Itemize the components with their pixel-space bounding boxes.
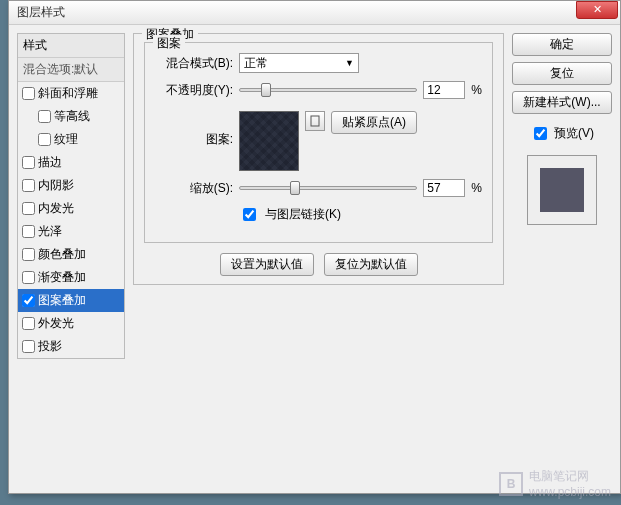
opacity-label: 不透明度(Y): xyxy=(155,82,233,99)
cancel-button[interactable]: 复位 xyxy=(512,62,612,85)
pattern-swatch[interactable] xyxy=(239,111,299,171)
pattern-new-icon[interactable] xyxy=(305,111,325,131)
style-label: 投影 xyxy=(38,338,62,355)
document-icon xyxy=(309,115,321,127)
style-item-8[interactable]: 渐变叠加 xyxy=(18,266,124,289)
style-item-5[interactable]: 内发光 xyxy=(18,197,124,220)
style-checkbox[interactable] xyxy=(22,87,35,100)
titlebar: 图层样式 ✕ xyxy=(9,1,620,25)
style-checkbox[interactable] xyxy=(22,340,35,353)
window-title: 图层样式 xyxy=(17,4,65,21)
ok-button[interactable]: 确定 xyxy=(512,33,612,56)
style-item-3[interactable]: 描边 xyxy=(18,151,124,174)
chevron-down-icon: ▼ xyxy=(345,58,354,68)
style-label: 渐变叠加 xyxy=(38,269,86,286)
close-button[interactable]: ✕ xyxy=(576,1,618,19)
styles-header[interactable]: 样式 xyxy=(18,34,124,58)
pattern-label: 图案: xyxy=(155,111,233,148)
reset-default-button[interactable]: 复位为默认值 xyxy=(324,253,418,276)
style-label: 等高线 xyxy=(54,108,90,125)
scale-label: 缩放(S): xyxy=(155,180,233,197)
style-label: 内发光 xyxy=(38,200,74,217)
style-item-7[interactable]: 颜色叠加 xyxy=(18,243,124,266)
style-label: 描边 xyxy=(38,154,62,171)
style-item-2[interactable]: 纹理 xyxy=(18,128,124,151)
style-item-6[interactable]: 光泽 xyxy=(18,220,124,243)
new-style-button[interactable]: 新建样式(W)... xyxy=(512,91,612,114)
scale-slider[interactable] xyxy=(239,186,417,190)
style-item-9[interactable]: 图案叠加 xyxy=(18,289,124,312)
style-label: 颜色叠加 xyxy=(38,246,86,263)
settings-panel: 图案叠加 图案 混合模式(B): 正常 ▼ 不透明度(Y): xyxy=(133,33,504,485)
style-checkbox[interactable] xyxy=(22,156,35,169)
style-checkbox[interactable] xyxy=(22,294,35,307)
preview-swatch xyxy=(540,168,584,212)
style-label: 外发光 xyxy=(38,315,74,332)
layer-style-dialog: 图层样式 ✕ 样式 混合选项:默认 斜面和浮雕等高线纹理描边内阴影内发光光泽颜色… xyxy=(8,0,621,494)
style-checkbox[interactable] xyxy=(22,271,35,284)
preview-label: 预览(V) xyxy=(554,125,594,142)
style-label: 纹理 xyxy=(54,131,78,148)
style-checkbox[interactable] xyxy=(38,133,51,146)
style-item-4[interactable]: 内阴影 xyxy=(18,174,124,197)
style-item-10[interactable]: 外发光 xyxy=(18,312,124,335)
watermark-line1: 电脑笔记网 xyxy=(529,468,611,485)
watermark-line2: www.pcbiji.com xyxy=(529,485,611,499)
style-checkbox[interactable] xyxy=(22,179,35,192)
style-label: 斜面和浮雕 xyxy=(38,85,98,102)
style-item-1[interactable]: 等高线 xyxy=(18,105,124,128)
preview-box xyxy=(527,155,597,225)
percent-label: % xyxy=(471,181,482,195)
link-layer-checkbox[interactable] xyxy=(243,208,256,221)
right-buttons: 确定 复位 新建样式(W)... 预览(V) xyxy=(512,33,612,485)
opacity-thumb[interactable] xyxy=(261,83,271,97)
link-layer-label: 与图层链接(K) xyxy=(265,206,341,223)
opacity-input[interactable] xyxy=(423,81,465,99)
style-checkbox[interactable] xyxy=(22,225,35,238)
opacity-slider[interactable] xyxy=(239,88,417,92)
styles-sidebar: 样式 混合选项:默认 斜面和浮雕等高线纹理描边内阴影内发光光泽颜色叠加渐变叠加图… xyxy=(17,33,125,485)
preview-checkbox[interactable] xyxy=(534,127,547,140)
style-label: 图案叠加 xyxy=(38,292,86,309)
style-item-11[interactable]: 投影 xyxy=(18,335,124,358)
watermark: B 电脑笔记网 www.pcbiji.com xyxy=(499,468,611,499)
style-item-0[interactable]: 斜面和浮雕 xyxy=(18,82,124,105)
style-checkbox[interactable] xyxy=(38,110,51,123)
percent-label: % xyxy=(471,83,482,97)
blend-options-header[interactable]: 混合选项:默认 xyxy=(18,58,124,82)
style-checkbox[interactable] xyxy=(22,202,35,215)
blend-mode-value: 正常 xyxy=(244,55,268,72)
watermark-logo: B xyxy=(499,472,523,496)
blend-mode-label: 混合模式(B): xyxy=(155,55,233,72)
blend-mode-select[interactable]: 正常 ▼ xyxy=(239,53,359,73)
inner-group-title: 图案 xyxy=(153,35,185,52)
style-checkbox[interactable] xyxy=(22,317,35,330)
svg-rect-0 xyxy=(311,116,319,126)
snap-origin-button[interactable]: 贴紧原点(A) xyxy=(331,111,417,134)
style-checkbox[interactable] xyxy=(22,248,35,261)
set-default-button[interactable]: 设置为默认值 xyxy=(220,253,314,276)
scale-thumb[interactable] xyxy=(290,181,300,195)
scale-input[interactable] xyxy=(423,179,465,197)
style-label: 光泽 xyxy=(38,223,62,240)
style-label: 内阴影 xyxy=(38,177,74,194)
